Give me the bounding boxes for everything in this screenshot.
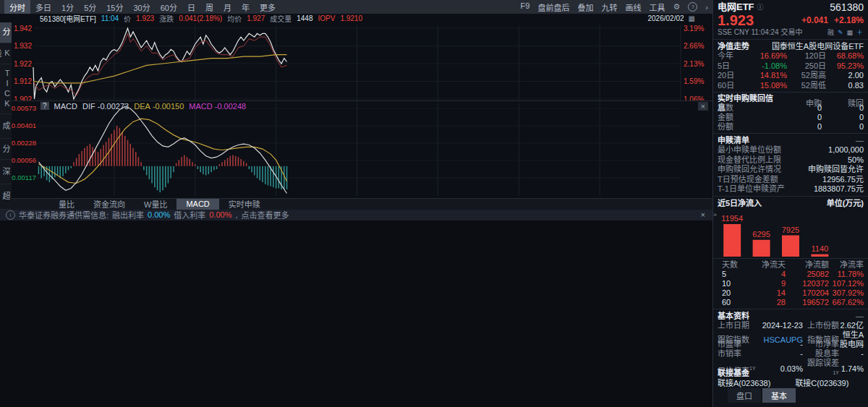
toolbar-item-盘前盘后[interactable]: 盘前盘后 (537, 1, 569, 13)
calendar-icon[interactable]: ▦ (689, 14, 695, 22)
notice-close-icon[interactable]: × (698, 210, 708, 219)
flow-table-row: 109120372107.12% (718, 279, 864, 288)
svg-text:7925: 7925 (782, 225, 799, 234)
fund-code: 561380 (830, 1, 864, 13)
list-row: 申购赎回允许情况申购赎回皆允许 (718, 165, 864, 175)
period-toolbar: 分时多日1分5分15分30分60分日周月年更多 F9盘前盘后叠加九转画线工具 ⚙… (0, 0, 712, 14)
margin-badge: 融 (827, 27, 835, 38)
macd-chart[interactable]: 0.005730.004010.002280.00056-0.00117 (12, 101, 712, 197)
info-circle-icon[interactable]: ⓘ (757, 1, 764, 13)
basic-info-row: 上市日期2024-12-23上市份额2.62亿 (718, 321, 864, 330)
intraday-chart[interactable]: 1.9423.19%1.9322.66%1.9222.13%1.9121.59%… (12, 22, 712, 100)
panel-collapse-icon[interactable]: » (713, 211, 717, 218)
list-row: T日预估现金差额12956.75元 (718, 175, 864, 185)
indicator-tab-实时申赎[interactable]: 实时申赎 (219, 199, 270, 210)
svg-text:1.902: 1.902 (14, 95, 32, 100)
svg-text:3.19%: 3.19% (684, 25, 704, 33)
price-change: +0.041+2.18% (801, 13, 864, 27)
period-tab-周[interactable]: 周 (200, 0, 218, 14)
svg-text:1.922: 1.922 (14, 60, 32, 68)
change-value: 0.041(2.18%) (179, 14, 222, 22)
borrow-rate-value: 0.00% (209, 210, 231, 219)
panel-tab-盘口[interactable]: 盘口 (728, 388, 761, 403)
toolbar-item-F9[interactable]: F9 (521, 1, 530, 13)
pencil-icon[interactable]: ✎ (837, 27, 844, 38)
basic-collapse-icon[interactable]: — (856, 311, 864, 321)
indicator-tab-W量比[interactable]: W量比 (135, 199, 176, 210)
realtime-row: 金额00 (718, 113, 864, 122)
macd-close-icon[interactable]: × (698, 102, 708, 111)
indicator-tab-MACD[interactable]: MACD (176, 199, 218, 210)
gear-icon[interactable]: ⚙ (673, 2, 680, 12)
toolbar-item-叠加[interactable]: 叠加 (577, 1, 593, 13)
toolbar-right-items: F9盘前盘后叠加九转画线工具 (521, 1, 665, 13)
macd-value-label: MACD -0.00248 (189, 102, 246, 111)
sidebar-item-超级复盘[interactable]: 超级复盘 (0, 184, 12, 209)
macd-help-icon[interactable]: ? (41, 102, 49, 110)
sidebar-item-TICK[interactable]: TICK (0, 64, 12, 114)
notice-text: 华泰证券融券通供需信息: (19, 209, 109, 220)
basic-info-row: 日均偏离1Y0.03%跟踪误差1Y1.74% (718, 359, 864, 368)
iopv-label: IOPV (318, 14, 335, 22)
dif-label: DIF -0.00273 (82, 102, 129, 111)
info-icon: i (6, 210, 15, 220)
period-tab-日[interactable]: 日 (182, 0, 200, 14)
help-icon[interactable]: ? (688, 2, 697, 12)
plus-icon[interactable]: ＋ (856, 27, 864, 38)
price-value: 1.923 (136, 14, 154, 22)
chart-date: 2026/02/02▦ (647, 14, 712, 22)
dea-label: DEA -0.00150 (134, 102, 184, 111)
flow-table-row: 6028196572667.62% (718, 298, 864, 307)
market-meta: SSE CNY 11:04:24 交易中 融 ✎ ▦ ＋ (718, 27, 864, 38)
quote-time: 11:04 (101, 14, 119, 22)
list-row: 现金替代比例上限50% (718, 155, 864, 166)
period-tab-30分[interactable]: 30分 (129, 0, 156, 14)
list-collapse-icon[interactable]: — (856, 135, 864, 145)
indicator-tab-资金流向[interactable]: 资金流向 (84, 199, 135, 210)
svg-text:1.06%: 1.06% (684, 95, 704, 100)
svg-text:2.66%: 2.66% (684, 42, 704, 50)
flow-table-header: 天数净流天净流额净流率 (718, 260, 864, 270)
quote-panel: » 电网ETFⓘ 561380 1.923 +0.041+2.18% SSE C… (712, 0, 868, 407)
indicator-tabs: 量比资金流向W量比MACD实时申赎 (12, 198, 712, 210)
nav-return-row: 20日14.81%52周高2.00 (718, 71, 864, 81)
grid-icon[interactable]: ▦ (846, 27, 854, 38)
basic-info-table: 上市日期2024-12-23上市份额2.62亿跟踪指数HSCAUPG指数简称恒生… (718, 321, 864, 368)
nav-return-row: 今年16.69%120日68.68% (718, 51, 864, 61)
borrow-rate-label: 借入利率 (174, 209, 205, 220)
sidebar-item-分时图[interactable]: 分时图 (0, 22, 12, 43)
svg-text:1140: 1140 (812, 244, 829, 252)
view-sidebar: 分时图K线图TICK成交明细分价表深度资料超级复盘 (0, 22, 12, 210)
list-row: T-1日单位申赎资产1883807.75元 (718, 184, 864, 194)
svg-text:6295: 6295 (752, 229, 770, 238)
list-row: 最小申赎单位份额1,000,000 (718, 145, 864, 155)
linked-fund-a[interactable]: 联接A(023638) (718, 378, 770, 388)
sidebar-item-分价表[interactable]: 分价表 (0, 139, 12, 160)
toolbar-item-九转[interactable]: 九转 (601, 1, 617, 13)
linked-funds-title: 联接基金 (718, 368, 749, 378)
chevron-right-icon[interactable]: › (705, 3, 708, 12)
svg-text:1.912: 1.912 (14, 77, 32, 85)
volume-value: 1448 (297, 14, 312, 22)
sidebar-item-深度资料[interactable]: 深度资料 (0, 160, 12, 184)
net-inflow-table: 天数净流天净流额净流率542508211.78%109120372107.12%… (718, 260, 864, 307)
realtime-row: 笔数00 (718, 103, 864, 113)
svg-text:0.00573: 0.00573 (12, 104, 36, 112)
notice-more-link[interactable]: 点击查看更多 (242, 209, 289, 220)
toolbar-item-工具[interactable]: 工具 (649, 1, 665, 13)
indicator-tab-量比[interactable]: 量比 (49, 199, 84, 210)
realtime-row: 份额00 (718, 122, 864, 132)
sidebar-item-K线图[interactable]: K线图 (0, 43, 12, 64)
toolbar-right: F9盘前盘后叠加九转画线工具 ⚙ ? › (521, 1, 708, 13)
svg-text:0.00056: 0.00056 (12, 156, 36, 164)
fund-name: 电网ETFⓘ (718, 1, 764, 13)
nav-return-row: 5日-1.08%250日95.23% (718, 61, 864, 72)
panel-tab-基本[interactable]: 基本 (762, 388, 796, 403)
period-tab-分时[interactable]: 分时 (4, 0, 30, 14)
chart-column: 1.9423.19%1.9322.66%1.9222.13%1.9121.59%… (12, 22, 712, 210)
sidebar-item-成交明细[interactable]: 成交明细 (0, 114, 12, 139)
toolbar-item-画线[interactable]: 画线 (625, 1, 641, 13)
svg-text:11954: 11954 (721, 214, 743, 223)
quote-infobar: 561380[电网ETF] 11:04 价 1.923 涨跌 0.041(2.1… (0, 14, 712, 22)
linked-fund-c[interactable]: 联接C(023639) (795, 378, 848, 388)
